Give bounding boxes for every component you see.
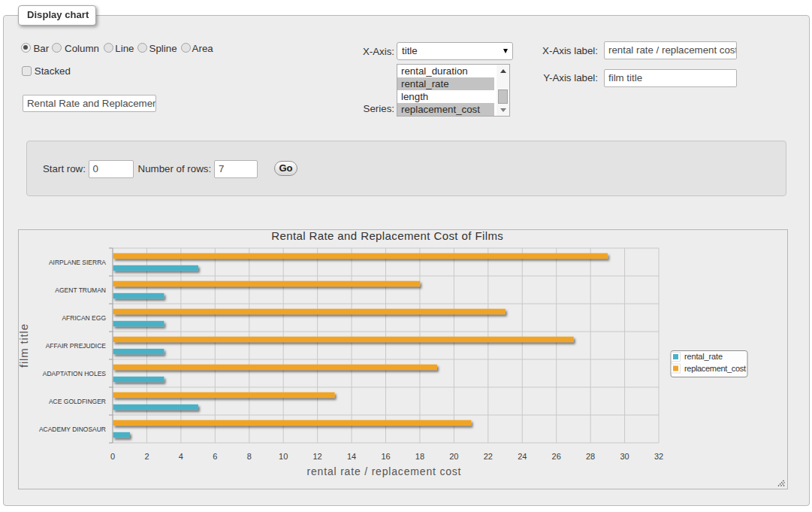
- svg-text:24: 24: [518, 452, 527, 461]
- svg-text:AGENT TRUMAN: AGENT TRUMAN: [55, 286, 106, 294]
- svg-text:28: 28: [586, 452, 595, 461]
- svg-text:4: 4: [179, 452, 183, 461]
- svg-text:AFRICAN EGG: AFRICAN EGG: [62, 314, 106, 322]
- svg-text:ADAPTATION HOLES: ADAPTATION HOLES: [43, 370, 107, 377]
- svg-text:rental_rate: rental_rate: [684, 352, 723, 361]
- svg-text:Rental Rate and Replacement Co: Rental Rate and Replacement Cost of Film…: [271, 229, 503, 242]
- svg-text:0: 0: [110, 452, 115, 461]
- svg-text:8: 8: [247, 452, 252, 461]
- svg-text:20: 20: [449, 452, 458, 461]
- svg-text:10: 10: [279, 452, 288, 461]
- svg-text:32: 32: [654, 452, 663, 461]
- svg-text:AIRPLANE SIERRA: AIRPLANE SIERRA: [49, 259, 106, 266]
- svg-text:12: 12: [313, 452, 322, 461]
- svg-text:ACE GOLDFINGER: ACE GOLDFINGER: [49, 398, 106, 405]
- svg-text:26: 26: [552, 452, 561, 461]
- svg-text:2: 2: [144, 452, 149, 461]
- svg-text:6: 6: [213, 452, 217, 461]
- svg-text:18: 18: [415, 452, 424, 461]
- svg-text:ACADEMY DINOSAUR: ACADEMY DINOSAUR: [39, 426, 106, 433]
- svg-text:14: 14: [347, 452, 356, 461]
- svg-text:film title: film title: [19, 324, 30, 368]
- svg-text:replacement_cost: replacement_cost: [684, 364, 746, 373]
- svg-text:22: 22: [484, 452, 493, 461]
- svg-text:AFFAIR PREJUDICE: AFFAIR PREJUDICE: [46, 342, 107, 350]
- svg-text:rental rate / replacement cost: rental rate / replacement cost: [307, 465, 461, 477]
- svg-text:30: 30: [620, 452, 629, 461]
- svg-text:16: 16: [381, 452, 390, 461]
